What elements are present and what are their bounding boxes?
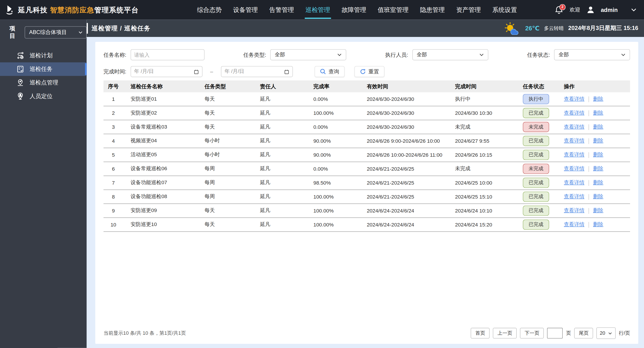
calendar-icon[interactable]	[194, 69, 199, 74]
sidebar-menu: 巡检计划巡检任务巡检点管理人员定位	[0, 49, 87, 103]
view-detail-link[interactable]: 查看详情	[564, 96, 584, 103]
cell-finish-time: 执行中	[448, 96, 516, 103]
delete-link[interactable]: 删除	[593, 179, 604, 186]
sidebar-item-巡检点管理[interactable]: 巡检点管理	[0, 76, 87, 89]
cell-operations: 查看详情 删除	[556, 138, 630, 144]
cell-completion-rate: 100.00%	[306, 208, 360, 214]
query-button[interactable]: 查询	[314, 66, 344, 77]
user-menu-chevron-down-icon[interactable]	[630, 6, 638, 13]
task-name-input[interactable]	[130, 49, 204, 60]
view-detail-link[interactable]: 查看详情	[564, 193, 584, 200]
cell-owner: 延凡	[252, 193, 306, 200]
top-bar: 延凡科技 智慧消防应急管理系统平台 综合态势设备管理告警管理巡检管理故障管理值班…	[0, 0, 644, 19]
cell-valid-time: 2024/6/30-2024/6/30	[360, 124, 448, 130]
patrol-point-icon	[16, 79, 24, 87]
view-detail-link[interactable]: 查看详情	[564, 165, 584, 172]
cell-finish-time: 2024/9/26 10:15	[448, 152, 516, 158]
cell-task-type: 每天	[197, 96, 252, 103]
view-detail-link[interactable]: 查看详情	[564, 138, 584, 144]
table-row: 2 安防巡更02 每天 延凡 100.00% 2024/6/30-2024/6/…	[104, 106, 630, 120]
topnav-item-资产管理[interactable]: 资产管理	[456, 1, 482, 19]
delete-link[interactable]: 删除	[593, 110, 604, 117]
cell-finish-time: 未完成	[448, 165, 516, 172]
refresh-icon	[360, 68, 366, 74]
cell-serial-no: 6	[104, 166, 123, 172]
finish-time-label: 完成时间:	[104, 68, 126, 75]
column-header-有效时间: 有效时间	[360, 83, 448, 90]
column-header-任务状态: 任务状态	[515, 83, 556, 90]
date-range-dash: –	[210, 68, 213, 74]
delete-link[interactable]: 删除	[593, 207, 604, 214]
notification-bell-icon[interactable]: 2	[554, 5, 564, 15]
sidebar-item-巡检计划[interactable]: 巡检计划	[0, 49, 87, 62]
column-header-完成时间: 完成时间	[448, 83, 516, 90]
brand-highlight: 智慧消防应急	[50, 6, 94, 14]
column-header-操作: 操作	[556, 83, 630, 90]
delete-link[interactable]: 删除	[593, 221, 604, 228]
pagination-summary: 当前显示10 条/共 10 条，第1页/共1页	[104, 330, 186, 337]
status-select[interactable]: 全部	[554, 49, 630, 60]
sidebar-item-人员定位[interactable]: 人员定位	[0, 89, 87, 103]
table-row: 3 设备常规巡检03 每天 延凡 0.00% 2024/6/30-2024/6/…	[104, 120, 630, 134]
cell-task-type: 每周	[197, 193, 252, 200]
cell-task-name: 安防巡更02	[123, 110, 197, 117]
delete-link[interactable]: 删除	[593, 165, 604, 172]
status-label: 任务状态:	[527, 51, 550, 58]
task-status-badge: 已完成	[523, 206, 549, 216]
sidebar-item-label: 人员定位	[30, 92, 52, 100]
sidebar-item-巡检任务[interactable]: 巡检任务	[0, 62, 87, 76]
topnav-item-设备管理[interactable]: 设备管理	[232, 1, 259, 19]
filter-row-1: 任务名称: 任务类型: 全部 执行人员:	[104, 49, 630, 60]
delete-link[interactable]: 删除	[593, 193, 604, 200]
cell-serial-no: 10	[104, 222, 123, 228]
view-detail-link[interactable]: 查看详情	[564, 221, 584, 228]
main-area: 巡检管理 / 巡检任务 26℃	[87, 19, 644, 348]
topnav-item-值班室管理[interactable]: 值班室管理	[377, 1, 410, 19]
last-page-button[interactable]: 尾页	[574, 328, 593, 338]
next-page-button[interactable]: 下一页	[520, 328, 544, 338]
delete-link[interactable]: 删除	[593, 96, 604, 103]
delete-link[interactable]: 删除	[593, 151, 604, 158]
first-page-button[interactable]: 首页	[471, 328, 490, 338]
page-size-select[interactable]: 20	[596, 328, 616, 339]
view-detail-link[interactable]: 查看详情	[564, 110, 584, 117]
prev-page-button[interactable]: 上一页	[493, 328, 517, 338]
task-status-badge: 执行中	[523, 94, 549, 104]
topnav-item-综合态势[interactable]: 综合态势	[196, 1, 223, 19]
cell-operations: 查看详情 删除	[556, 193, 630, 200]
delete-link[interactable]: 删除	[593, 138, 604, 144]
finish-time-start-input[interactable]: 年 /月/日	[130, 66, 202, 77]
cell-serial-no: 9	[104, 208, 123, 214]
cell-task-type: 每天	[197, 207, 252, 214]
cell-owner: 延凡	[252, 96, 306, 103]
delete-link[interactable]: 删除	[593, 124, 604, 131]
user-avatar-icon[interactable]	[586, 5, 595, 14]
table-row: 9 安防巡更09 每天 延凡 100.00% 2024/6/24-2024/6/…	[104, 204, 630, 218]
topnav-item-告警管理[interactable]: 告警管理	[268, 1, 295, 19]
cell-owner: 延凡	[252, 165, 306, 172]
topnav-item-隐患管理[interactable]: 隐患管理	[419, 1, 446, 19]
calendar-icon[interactable]	[284, 69, 289, 74]
page-jump-input[interactable]	[547, 328, 563, 338]
executor-select[interactable]: 全部	[412, 49, 488, 60]
project-select[interactable]: ABC综合体项目	[24, 26, 86, 39]
task-type-select[interactable]: 全部	[270, 49, 346, 60]
task-status-badge: 未完成	[523, 164, 549, 174]
cell-valid-time: 2024/6/21-2024/6/25	[360, 166, 448, 172]
content-body: 任务名称: 任务类型: 全部 执行人员:	[87, 37, 644, 348]
topnav-item-巡检管理[interactable]: 巡检管理	[305, 1, 331, 19]
top-right-cluster: 2 欢迎 admin	[554, 5, 644, 15]
view-detail-link[interactable]: 查看详情	[564, 179, 584, 186]
cell-completion-rate: 100.00%	[306, 194, 360, 200]
view-detail-link[interactable]: 查看详情	[564, 207, 584, 214]
task-status-badge: 已完成	[523, 136, 549, 146]
cell-valid-time: 2024/6/26 9:00-2024/6/26 10:00	[360, 138, 448, 144]
topnav-item-系统设置[interactable]: 系统设置	[492, 1, 518, 19]
view-detail-link[interactable]: 查看详情	[564, 124, 584, 131]
company-logo-icon	[4, 4, 15, 15]
topnav-item-故障管理[interactable]: 故障管理	[341, 1, 367, 19]
status-value: 全部	[558, 51, 569, 58]
reset-button[interactable]: 重置	[354, 66, 384, 77]
finish-time-end-input[interactable]: 年 /月/日	[221, 66, 293, 77]
view-detail-link[interactable]: 查看详情	[564, 151, 584, 158]
